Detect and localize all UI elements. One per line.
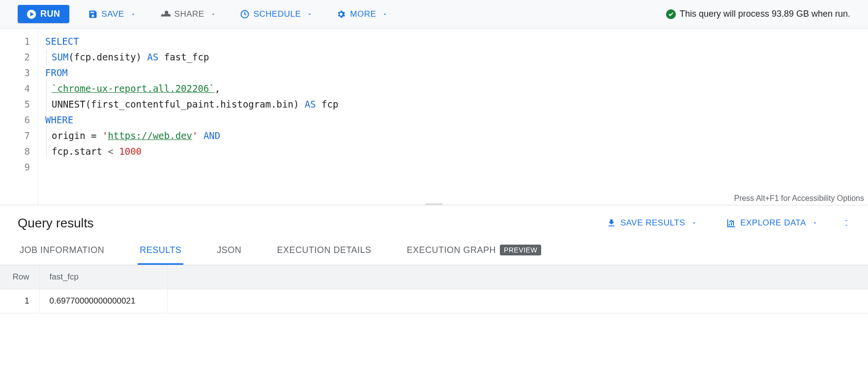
save-results-button[interactable]: SAVE RESULTS bbox=[602, 215, 702, 231]
run-button[interactable]: RUN bbox=[18, 5, 69, 23]
query-status: This query will process 93.89 GB when ru… bbox=[666, 9, 850, 19]
expand-collapse-button[interactable] bbox=[842, 218, 850, 228]
explore-data-button[interactable]: EXPLORE DATA bbox=[722, 215, 823, 231]
sql-editor[interactable]: 1 2 3 4 5 6 7 8 9 SELECT SUM(fcp.density… bbox=[0, 28, 868, 205]
more-button[interactable]: MORE bbox=[331, 6, 393, 22]
table-header-row: Row fast_fcp bbox=[0, 265, 868, 289]
schedule-button[interactable]: SCHEDULE bbox=[235, 6, 318, 22]
col-fast-fcp: fast_fcp bbox=[39, 265, 167, 289]
run-label: RUN bbox=[40, 9, 60, 19]
chevron-down-icon bbox=[382, 11, 388, 17]
chevron-up-icon bbox=[842, 218, 850, 223]
chevron-down-icon bbox=[842, 223, 850, 228]
query-toolbar: RUN SAVE SHARE SCHEDULE MORE This query … bbox=[0, 0, 868, 28]
chevron-down-icon bbox=[210, 11, 216, 17]
schedule-label: SCHEDULE bbox=[254, 9, 301, 19]
tab-job-information[interactable]: JOB INFORMATION bbox=[18, 237, 106, 265]
col-row: Row bbox=[0, 265, 39, 289]
results-title: Query results bbox=[18, 216, 94, 231]
chart-icon bbox=[726, 218, 736, 228]
download-icon bbox=[607, 218, 616, 228]
share-label: SHARE bbox=[174, 9, 204, 19]
status-text: This query will process 93.89 GB when ru… bbox=[680, 9, 850, 19]
line-gutter: 1 2 3 4 5 6 7 8 9 bbox=[0, 28, 38, 205]
save-label: SAVE bbox=[102, 9, 124, 19]
play-icon bbox=[27, 9, 36, 19]
more-label: MORE bbox=[350, 9, 376, 19]
results-tabs: JOB INFORMATION RESULTS JSON EXECUTION D… bbox=[0, 237, 868, 265]
chevron-down-icon bbox=[307, 11, 313, 17]
save-results-label: SAVE RESULTS bbox=[620, 218, 685, 228]
save-icon bbox=[88, 9, 98, 19]
resize-handle[interactable] bbox=[425, 203, 443, 205]
chevron-down-icon bbox=[812, 220, 818, 226]
chevron-down-icon bbox=[130, 11, 136, 17]
chevron-down-icon bbox=[691, 220, 697, 226]
check-circle-icon bbox=[666, 9, 676, 19]
col-empty bbox=[167, 265, 868, 289]
clock-icon bbox=[240, 9, 250, 19]
preview-badge: PREVIEW bbox=[500, 245, 541, 255]
save-button[interactable]: SAVE bbox=[83, 6, 141, 22]
table-row[interactable]: 1 0.69770000000000021 bbox=[0, 289, 868, 313]
share-button[interactable]: SHARE bbox=[155, 6, 221, 23]
share-icon bbox=[160, 9, 171, 20]
tab-execution-details[interactable]: EXECUTION DETAILS bbox=[275, 237, 373, 265]
cell-row-number: 1 bbox=[0, 289, 39, 313]
cell-value: 0.69770000000000021 bbox=[39, 289, 167, 313]
tab-results[interactable]: RESULTS bbox=[138, 237, 183, 265]
tab-json[interactable]: JSON bbox=[215, 237, 243, 265]
code-area[interactable]: SELECT SUM(fcp.density) AS fast_fcp FROM… bbox=[38, 28, 868, 205]
accessibility-hint: Press Alt+F1 for Accessibility Options bbox=[734, 194, 864, 203]
results-table: Row fast_fcp 1 0.69770000000000021 bbox=[0, 265, 868, 313]
gear-icon bbox=[336, 9, 346, 19]
results-header: Query results SAVE RESULTS EXPLORE DATA bbox=[0, 205, 868, 237]
explore-data-label: EXPLORE DATA bbox=[740, 218, 806, 228]
tab-execution-graph[interactable]: EXECUTION GRAPH PREVIEW bbox=[405, 237, 544, 265]
